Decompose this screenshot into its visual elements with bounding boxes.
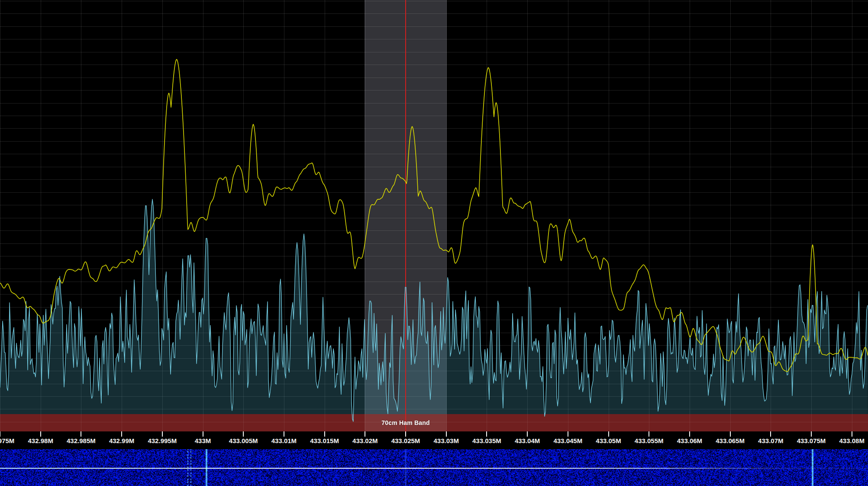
frequency-tick xyxy=(243,431,244,437)
tuning-line[interactable] xyxy=(404,0,407,431)
frequency-tick xyxy=(446,431,447,437)
frequency-tick xyxy=(486,431,487,437)
frequency-tick xyxy=(121,431,122,437)
frequency-tick xyxy=(324,431,325,437)
frequency-tick xyxy=(811,431,812,437)
frequency-tick xyxy=(608,431,609,437)
frequency-tick xyxy=(284,431,284,437)
frequency-tick xyxy=(770,431,771,437)
frequency-tick xyxy=(203,431,203,437)
frequency-tick xyxy=(649,431,649,437)
sdr-app-window: 70cm Ham Band 432.975M432.98M432.985M432… xyxy=(0,0,868,486)
frequency-tick xyxy=(730,431,731,437)
frequency-tick xyxy=(40,431,41,437)
frequency-tick xyxy=(568,431,568,437)
frequency-tick xyxy=(527,431,528,437)
frequency-tick xyxy=(689,431,690,437)
frequency-tick xyxy=(405,431,406,437)
frequency-axis[interactable]: 432.975M432.98M432.985M432.99M432.995M43… xyxy=(0,431,868,448)
frequency-tick xyxy=(852,431,852,437)
waterfall-canvas[interactable] xyxy=(0,448,868,486)
frequency-tick xyxy=(81,431,81,437)
frequency-tick xyxy=(365,431,365,437)
frequency-tick xyxy=(0,431,0,437)
frequency-tick xyxy=(162,431,163,437)
frequency-label[interactable]: 433.08M xyxy=(828,437,868,444)
